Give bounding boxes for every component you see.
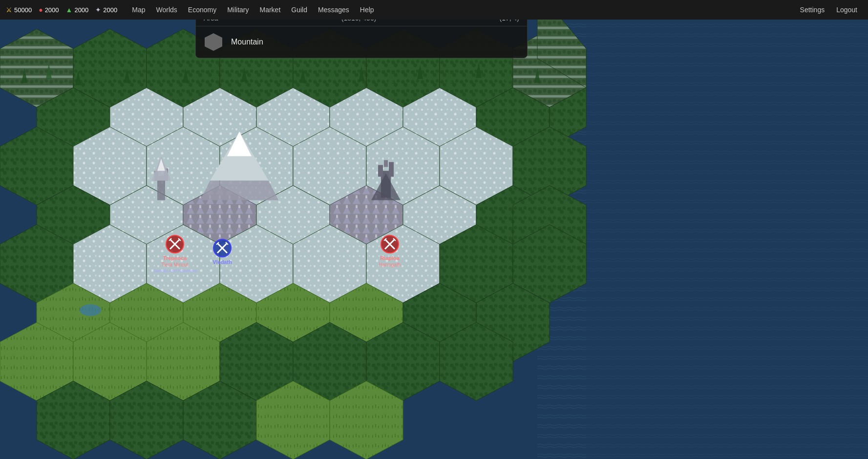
svg-rect-21: [586, 20, 868, 459]
stone-resource: ✦ 2000: [95, 6, 117, 14]
nav-messages[interactable]: Messages: [313, 3, 354, 17]
svg-text:Riaploa: Riaploa: [380, 255, 400, 261]
gold-value: 50000: [14, 6, 32, 14]
nav-military[interactable]: Military: [222, 3, 254, 17]
nav-settings[interactable]: Settings: [795, 3, 830, 17]
wood-value: 2000: [74, 6, 88, 14]
hex-grid: Trepeoca Tiera Minuut Swords And Hammers…: [0, 20, 868, 459]
nav-economy[interactable]: Economy: [183, 3, 221, 17]
gold-resource: ⚔ 50000: [6, 6, 32, 14]
food-value: 2000: [45, 6, 59, 14]
svg-rect-95: [389, 162, 394, 177]
svg-rect-94: [378, 165, 383, 177]
nav-logout[interactable]: Logout: [831, 3, 862, 17]
svg-rect-96: [384, 160, 388, 167]
nav-guild[interactable]: Guild: [286, 3, 312, 17]
stone-icon: ✦: [95, 6, 101, 14]
food-icon: ●: [39, 6, 42, 14]
nav-market[interactable]: Market: [255, 3, 286, 17]
svg-text:Tiera Minuut: Tiera Minuut: [161, 262, 188, 267]
svg-text:Swords And Hammers: Swords And Hammers: [153, 268, 197, 273]
nav-worlds[interactable]: Worlds: [151, 3, 182, 17]
svg-text:Trepeoca: Trepeoca: [163, 255, 187, 261]
hex-shape: [205, 33, 222, 51]
svg-text:Vledath: Vledath: [212, 259, 232, 265]
nav-help[interactable]: Help: [355, 3, 379, 17]
gold-icon: ⚔: [6, 6, 12, 14]
info-panel-body: Mountain: [196, 26, 527, 58]
terrain-name: Mountain: [231, 38, 263, 46]
main-nav: Map Worlds Economy Military Market Guild…: [127, 3, 795, 17]
nav-map[interactable]: Map: [127, 3, 150, 17]
nav-right: Settings Logout: [795, 3, 862, 17]
food-resource: ● 2000: [39, 6, 59, 14]
wood-icon: ▲: [66, 6, 73, 14]
svg-point-98: [80, 305, 101, 316]
stone-value: 2000: [103, 6, 117, 14]
svg-marker-91: [200, 181, 278, 200]
terrain-hex-icon: [204, 32, 223, 52]
svg-text:Harrogath: Harrogath: [379, 262, 401, 267]
navbar: ⚔ 50000 ● 2000 ▲ 2000 ✦ 2000 Map Worlds …: [0, 0, 868, 20]
map-container[interactable]: Trepeoca Tiera Minuut Swords And Hammers…: [0, 20, 868, 459]
resource-bar: ⚔ 50000 ● 2000 ▲ 2000 ✦ 2000: [6, 6, 117, 14]
wood-resource: ▲ 2000: [66, 6, 89, 14]
